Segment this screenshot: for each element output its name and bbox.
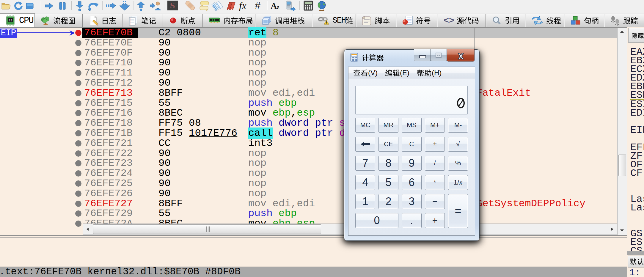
svg-text:<>: <> [444, 16, 454, 26]
svg-text:#: # [255, 1, 260, 11]
svg-text:z: z [277, 4, 279, 10]
svg-text:32: 32 [8, 19, 12, 22]
svg-text:S: S [170, 1, 175, 10]
svg-text:!: ! [326, 21, 327, 25]
svg-text:A: A [271, 2, 277, 10]
svg-text:fx: fx [239, 1, 246, 11]
